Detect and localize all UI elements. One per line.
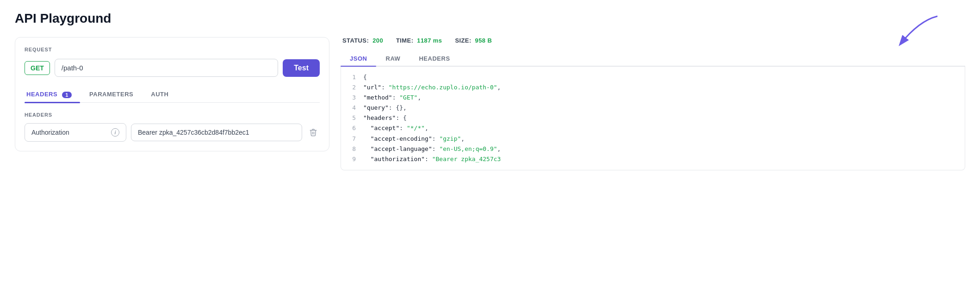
- line-content: {: [363, 72, 367, 82]
- delete-header-button[interactable]: [307, 126, 320, 139]
- line-content: "method": "GET",: [363, 93, 421, 103]
- line-content: "accept": "*/*",: [363, 123, 428, 133]
- size-value: 958 B: [475, 37, 492, 44]
- url-input[interactable]: [55, 59, 279, 77]
- request-tabs-row: HEADERS 1 PARAMETERS AUTH: [25, 86, 320, 103]
- status-value: 200: [372, 37, 383, 44]
- line-content: "query": {},: [363, 103, 407, 113]
- left-panel: REQUEST GET Test HEADERS 1 PARAMETERS AU…: [15, 37, 329, 151]
- line-num: 8: [348, 144, 356, 154]
- json-line-6: 6 "accept": "*/*",: [348, 123, 957, 133]
- tab-parameters[interactable]: PARAMETERS: [87, 86, 142, 102]
- size-label: SIZE: 958 B: [455, 37, 492, 44]
- tab-parameters-label: PARAMETERS: [89, 91, 133, 98]
- time-label: TIME: 1187 ms: [396, 37, 442, 44]
- status-bar-wrapper: STATUS: 200 TIME: 1187 ms SIZE: 958 B: [341, 37, 965, 44]
- json-line-2: 2 "url": "https://echo.zuplo.io/path-0",: [348, 82, 957, 93]
- resp-tab-headers[interactable]: HEADERS: [409, 51, 459, 66]
- tab-headers[interactable]: HEADERS 1: [25, 86, 80, 102]
- json-viewer: 1 { 2 "url": "https://echo.zuplo.io/path…: [341, 67, 965, 170]
- tab-auth-label: AUTH: [151, 91, 168, 98]
- tab-headers-label: HEADERS: [26, 91, 57, 98]
- json-line-5: 5 "headers": {: [348, 113, 957, 123]
- resp-tab-raw[interactable]: RAW: [376, 51, 409, 66]
- json-line-9: 9 "authorization": "Bearer zpka_4257c3: [348, 154, 957, 164]
- line-num: 5: [348, 113, 356, 123]
- line-num: 1: [348, 72, 356, 82]
- time-value: 1187 ms: [417, 37, 442, 44]
- headers-section-label: HEADERS: [25, 112, 320, 118]
- line-content: "accept-language": "en-US,en;q=0.9",: [363, 144, 501, 154]
- line-num: 4: [348, 103, 356, 113]
- line-content: "authorization": "Bearer zpka_4257c3: [363, 154, 501, 164]
- line-content: "accept-encoding": "gzip",: [363, 134, 465, 144]
- json-line-4: 4 "query": {},: [348, 103, 957, 113]
- line-content: "url": "https://echo.zuplo.io/path-0",: [363, 82, 501, 93]
- response-tabs-row: JSON RAW HEADERS: [341, 51, 965, 67]
- test-button[interactable]: Test: [283, 59, 320, 77]
- line-num: 3: [348, 93, 356, 103]
- line-num: 9: [348, 154, 356, 164]
- header-name-text: Authorization: [31, 129, 69, 136]
- url-row: GET Test: [25, 59, 320, 77]
- line-num: 6: [348, 123, 356, 133]
- json-line-3: 3 "method": "GET",: [348, 93, 957, 103]
- line-content: "headers": {: [363, 113, 407, 123]
- json-line-1: 1 {: [348, 72, 957, 82]
- line-num: 7: [348, 134, 356, 144]
- method-badge: GET: [25, 61, 50, 75]
- main-layout: REQUEST GET Test HEADERS 1 PARAMETERS AU…: [15, 37, 965, 170]
- header-row: Authorization i: [25, 123, 320, 142]
- json-line-7: 7 "accept-encoding": "gzip",: [348, 134, 957, 144]
- header-value-input[interactable]: [131, 124, 302, 141]
- tab-headers-badge: 1: [62, 92, 72, 98]
- tab-auth[interactable]: AUTH: [149, 86, 177, 102]
- status-bar: STATUS: 200 TIME: 1187 ms SIZE: 958 B: [341, 37, 965, 44]
- line-num: 2: [348, 82, 356, 93]
- json-line-8: 8 "accept-language": "en-US,en;q=0.9",: [348, 144, 957, 154]
- header-name-field: Authorization i: [25, 123, 126, 142]
- status-label: STATUS: 200: [342, 37, 383, 44]
- resp-tab-json[interactable]: JSON: [341, 51, 376, 66]
- page-title: API Playground: [15, 11, 965, 26]
- info-icon[interactable]: i: [111, 128, 119, 137]
- right-panel: STATUS: 200 TIME: 1187 ms SIZE: 958 B JS…: [341, 37, 965, 170]
- request-section-label: REQUEST: [25, 47, 320, 52]
